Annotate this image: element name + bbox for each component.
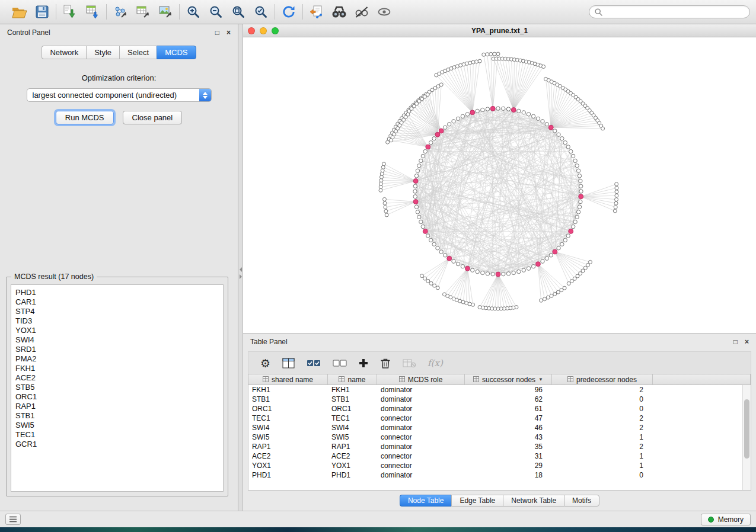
search-input[interactable] [605,8,744,16]
column-header-MCDS-role[interactable]: MCDS role [377,374,465,385]
graphics-details-button[interactable] [352,2,371,21]
cell-role: connector [377,432,465,442]
result-node-item[interactable]: TID3 [15,316,223,326]
column-header-shared-name[interactable]: shared name [248,374,328,385]
column-header-predecessor-nodes[interactable]: predecessor nodes [552,374,653,385]
share-document-button[interactable] [307,2,326,21]
column-settings-button[interactable]: ⚙ [260,358,270,369]
result-node-item[interactable]: STB1 [15,411,223,421]
table-row[interactable]: PHD1PHD1dominator180 [248,470,751,480]
result-node-item[interactable]: GCR1 [15,440,223,449]
cell-shared_name: SWI5 [248,432,328,442]
float-panel-icon[interactable]: □ [215,29,219,36]
result-node-item[interactable]: SWI5 [15,421,223,430]
result-node-item[interactable]: TEC1 [15,430,223,440]
tab-mcds[interactable]: MCDS [157,46,196,59]
cell-role: dominator [377,470,465,480]
panel-splitter[interactable] [238,24,243,511]
zoom-selected-button[interactable] [251,2,270,21]
close-panel-button[interactable]: Close panel [123,111,183,124]
cell-filler [653,432,751,442]
result-node-item[interactable]: CAR1 [15,297,223,307]
table-row[interactable]: ACE2ACE2connector311 [248,451,751,461]
zoom-fit-button[interactable] [229,2,248,21]
add-row-button[interactable] [359,358,368,368]
cell-successors: 46 [465,423,552,432]
export-table-button[interactable] [133,2,152,21]
maximize-window-icon[interactable] [272,27,279,34]
tab-style[interactable]: Style [86,46,119,59]
network-titlebar[interactable]: YPA_prune.txt_1 [243,24,756,37]
tab-network-table[interactable]: Network Table [503,495,564,507]
mcds-hub-node [553,249,557,254]
sort-caret-icon: ▼ [538,377,543,382]
export-image-button[interactable] [156,2,175,21]
table-scrollbar[interactable] [742,385,751,490]
scrollbar-thumb[interactable] [744,399,749,459]
result-node-item[interactable]: PHD1 [15,288,223,297]
tab-node-table[interactable]: Node Table [400,495,452,507]
table-row[interactable]: STB1STB1dominator620 [248,395,751,404]
control-panel-window-buttons: □ × [215,29,231,36]
close-panel-icon[interactable]: × [745,338,749,345]
import-table-file-button[interactable] [83,2,102,21]
cell-shared_name: TEC1 [248,414,328,423]
result-node-item[interactable]: PMA2 [15,354,223,364]
find-button[interactable] [330,2,349,21]
table-row[interactable]: TEC1TEC1connector472 [248,414,751,423]
control-panel-title: Control Panel [7,28,50,37]
float-panel-icon[interactable]: □ [733,338,738,345]
mcds-result-list[interactable]: PHD1CAR1STP4TID3YOX1SWI4SRD1PMA2FKH1ACE2… [11,284,224,492]
import-network-file-button[interactable] [60,2,79,21]
zoom-in-button[interactable] [184,2,203,21]
tab-edge-table[interactable]: Edge Table [451,495,503,507]
tab-select[interactable]: Select [119,46,157,59]
table-row[interactable]: FKH1FKH1dominator962 [248,385,751,395]
result-node-item[interactable]: FKH1 [15,364,223,373]
refresh-view-button[interactable] [279,2,298,21]
export-network-button[interactable] [111,2,130,21]
status-menu-button[interactable] [5,514,21,525]
function-builder-button[interactable]: f(x) [428,358,443,368]
memory-button[interactable]: Memory [701,514,751,525]
minimize-window-icon[interactable] [260,27,267,34]
result-node-item[interactable]: ORC1 [15,392,223,402]
result-node-item[interactable]: STB5 [15,383,223,392]
result-node-item[interactable]: RAP1 [15,402,223,411]
result-node-item[interactable]: STP4 [15,307,223,316]
column-header-name[interactable]: name [328,374,377,385]
cell-filler [653,404,751,414]
tab-network[interactable]: Network [42,46,86,59]
delete-table-button-disabled[interactable] [403,358,416,368]
cell-successors: 61 [465,404,552,414]
create-column-button[interactable] [282,358,295,368]
zoom-fit-icon [231,5,245,19]
cell-role: connector [377,414,465,423]
run-mcds-button[interactable]: Run MCDS [56,111,114,124]
table-row[interactable]: RAP1RAP1dominator352 [248,442,751,451]
close-window-icon[interactable] [248,27,255,34]
tab-motifs[interactable]: Motifs [564,495,599,507]
result-node-item[interactable]: SWI4 [15,335,223,345]
table-panel-title: Table Panel [250,338,288,346]
open-file-button[interactable] [10,2,29,21]
show-hide-details-button[interactable] [375,2,394,21]
result-node-item[interactable]: ACE2 [15,373,223,383]
deselect-all-button[interactable] [333,359,347,367]
table-row[interactable]: SWI5SWI5connector431 [248,432,751,442]
network-canvas[interactable] [243,37,756,333]
delete-row-button[interactable] [380,357,391,369]
splitter-handle-icon[interactable] [238,264,243,282]
result-node-item[interactable]: YOX1 [15,326,223,335]
save-session-button[interactable] [33,2,52,21]
table-row[interactable]: SWI4SWI4dominator462 [248,423,751,432]
result-node-item[interactable]: SRD1 [15,345,223,354]
search-box[interactable] [589,5,750,18]
table-row[interactable]: ORC1ORC1dominator610 [248,404,751,414]
zoom-out-button[interactable] [206,2,225,21]
table-row[interactable]: YOX1YOX1connector291 [248,461,751,470]
column-header-successor-nodes[interactable]: successor nodes▼ [465,374,552,385]
select-all-button[interactable] [307,359,321,367]
close-panel-icon[interactable]: × [227,29,231,36]
criterion-select[interactable]: largest connected component (undirected) [27,88,212,102]
